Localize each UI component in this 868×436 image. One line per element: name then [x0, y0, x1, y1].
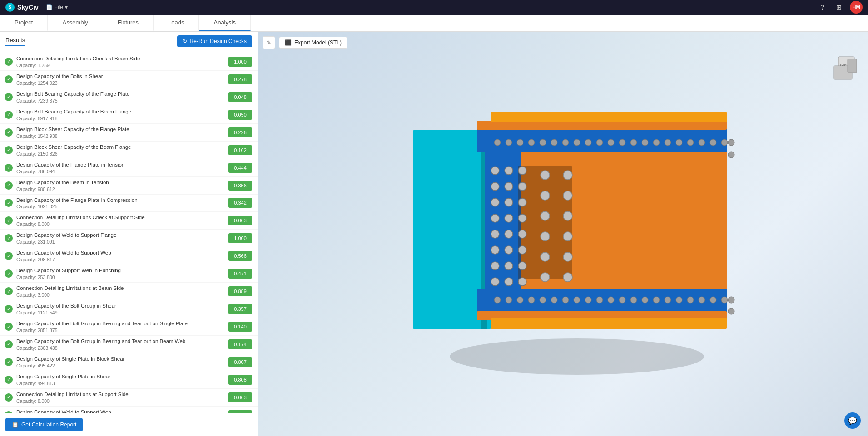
result-badge: 0.566	[228, 251, 252, 261]
rerun-label: Re-Run Design Checks	[190, 38, 247, 44]
orange-top-ext	[491, 112, 727, 122]
results-tab[interactable]: Results	[5, 37, 25, 46]
result-text: Design Bolt Bearing Capacity of the Beam…	[16, 108, 225, 121]
result-text: Design Capacity of Weld to Support Web C…	[16, 250, 225, 262]
result-title: Connection Detailing Limitations Check a…	[16, 55, 225, 62]
result-badge: 0.808	[228, 375, 252, 385]
result-capacity: Capacity: 2851.875	[16, 328, 225, 333]
result-row: ✓ Design Capacity of the Beam in Tension…	[0, 177, 258, 195]
rerun-button[interactable]: ↻ Re-Run Design Checks	[177, 35, 252, 47]
export-button[interactable]: ⬛ Export Model (STL)	[279, 37, 347, 49]
svg-point-32	[505, 214, 513, 222]
result-capacity: Capacity: 980.612	[16, 186, 225, 192]
tab-analysis[interactable]: Analysis	[199, 15, 250, 31]
result-title: Design Capacity of the Bolt Group in Bea…	[16, 320, 225, 327]
result-badge: 0.889	[228, 286, 252, 296]
svg-point-5	[551, 139, 557, 146]
file-chevron-icon: ▾	[65, 4, 68, 10]
report-icon: 📋	[12, 421, 19, 428]
result-title: Design Capacity of Single Plate in Block…	[16, 356, 225, 363]
file-icon: 📄	[46, 4, 53, 10]
svg-point-72	[665, 297, 671, 303]
bolts-bottom-row	[494, 297, 728, 303]
result-row: ✓ Design Capacity of Support Web in Punc…	[0, 265, 258, 283]
check-icon: ✓	[5, 93, 13, 101]
results-list: ✓ Connection Detailing Limitations Check…	[0, 51, 258, 413]
svg-point-22	[491, 182, 499, 191]
result-title: Design Capacity of Weld to Support Flang…	[16, 232, 225, 239]
svg-point-55	[541, 273, 550, 282]
svg-point-39	[518, 198, 526, 206]
result-badge: 0.048	[228, 92, 252, 102]
check-icon: ✓	[5, 376, 13, 384]
result-badge: 0.356	[228, 181, 252, 191]
logo-icon: S	[5, 3, 15, 12]
result-title: Connection Detailing Limitations at Beam…	[16, 285, 225, 292]
help-icon[interactable]: ?	[817, 2, 828, 13]
svg-point-27	[491, 262, 499, 270]
svg-point-42	[518, 246, 526, 254]
left-panel: Results ↻ Re-Run Design Checks ✓ Connect…	[0, 32, 258, 436]
calc-report-button[interactable]: 📋 Get Calculation Report	[5, 418, 83, 431]
result-title: Design Capacity of the Bolt Group in Bea…	[16, 338, 225, 345]
svg-point-13	[642, 139, 648, 146]
result-badge: 0.162	[228, 145, 252, 155]
svg-point-73	[676, 297, 682, 303]
svg-point-2	[517, 139, 523, 146]
dark-shadow-area	[518, 166, 572, 279]
svg-point-16	[676, 139, 682, 146]
result-capacity: Capacity: 7239.375	[16, 98, 225, 103]
svg-point-45	[541, 171, 550, 180]
result-text: Design Capacity of the Bolt Group in Bea…	[16, 338, 225, 351]
chat-icon[interactable]: 💬	[844, 412, 861, 429]
result-row: ✓ Design Capacity of the Flange Plate in…	[0, 159, 258, 177]
result-row: ✓ Connection Detailing Limitations Check…	[0, 53, 258, 71]
result-capacity: Capacity: 231.091	[16, 239, 225, 245]
rerun-icon: ↻	[183, 38, 187, 44]
svg-point-64	[574, 297, 580, 303]
svg-point-49	[541, 211, 550, 220]
model-view	[258, 32, 868, 436]
topbar-left: S SkyCiv 📄 File ▾	[5, 3, 68, 12]
check-icon: ✓	[5, 199, 13, 207]
result-title: Design Capacity of Single Plate in Shear	[16, 373, 225, 380]
svg-point-81	[728, 308, 734, 314]
result-row: ✓ Design Capacity of Single Plate in She…	[0, 371, 258, 389]
result-row: ✓ Design Bolt Bearing Capacity of the Be…	[0, 106, 258, 124]
result-capacity: Capacity: 8.000	[16, 221, 225, 227]
result-text: Design Capacity of Single Plate in Block…	[16, 356, 225, 368]
result-badge: 0.278	[228, 74, 252, 84]
svg-point-26	[491, 246, 499, 254]
check-icon: ✓	[5, 75, 13, 83]
result-text: Design Capacity of the Beam in Tension C…	[16, 179, 225, 192]
result-title: Design Capacity of Weld to Support Web	[16, 250, 225, 256]
result-capacity: Capacity: 2303.438	[16, 345, 225, 351]
result-capacity: Capacity: 6917.918	[16, 116, 225, 121]
tab-project[interactable]: Project	[0, 15, 48, 31]
result-title: Design Capacity of the Bolts in Shear	[16, 73, 225, 80]
svg-point-11	[619, 139, 625, 146]
result-capacity: Capacity: 253.800	[16, 274, 225, 280]
svg-point-29	[505, 167, 513, 175]
grid-icon[interactable]: ⊞	[833, 2, 844, 13]
tab-fixtures[interactable]: Fixtures	[103, 15, 154, 31]
3d-model-svg	[359, 75, 768, 393]
tab-loads[interactable]: Loads	[154, 15, 199, 31]
svg-text:TOP: TOP	[839, 63, 847, 67]
file-menu[interactable]: 📄 File ▾	[46, 4, 68, 10]
back-button[interactable]: ✎	[263, 36, 275, 49]
tab-assembly[interactable]: Assembly	[48, 15, 103, 31]
svg-point-23	[491, 198, 499, 206]
svg-point-17	[687, 139, 694, 146]
result-row: ✓ Connection Detailing Limitations Check…	[0, 212, 258, 230]
svg-point-70	[642, 297, 648, 303]
export-label: Export Model (STL)	[294, 39, 342, 46]
topbar-right: ? ⊞ HM	[817, 1, 863, 14]
calc-report-label: Get Calculation Report	[21, 421, 76, 428]
result-title: Design Capacity of the Flange Plate in C…	[16, 197, 225, 204]
result-text: Connection Detailing Limitations Check a…	[16, 55, 225, 68]
svg-point-20	[721, 139, 728, 146]
result-badge: 0.050	[228, 110, 252, 120]
avatar[interactable]: HM	[850, 1, 863, 14]
result-row: ✓ Design Bolt Bearing Capacity of the Fl…	[0, 88, 258, 106]
